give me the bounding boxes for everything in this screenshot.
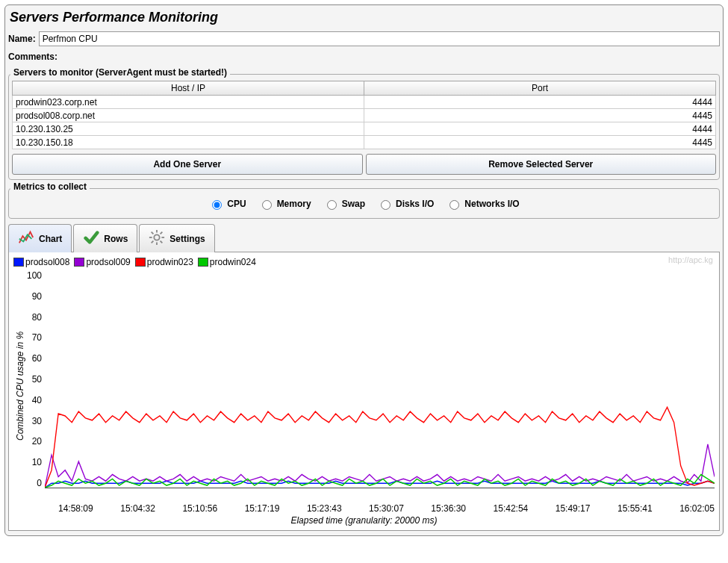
legend-swatch bbox=[198, 258, 208, 267]
col-port[interactable]: Port bbox=[364, 81, 716, 96]
metric-radio[interactable] bbox=[262, 200, 272, 210]
tab-rows-label: Rows bbox=[104, 234, 128, 244]
metric-option-networks-i-o[interactable]: Networks I/O bbox=[446, 198, 519, 210]
legend-label: prodwin023 bbox=[147, 257, 193, 267]
servers-legend: Servers to monitor (ServerAgent must be … bbox=[10, 67, 230, 78]
cell-host[interactable]: prodsol008.corp.net bbox=[13, 109, 364, 122]
x-tick: 15:04:32 bbox=[120, 503, 155, 514]
legend-swatch bbox=[74, 258, 84, 267]
cell-host[interactable]: prodwin023.corp.net bbox=[13, 96, 364, 109]
servers-fieldset: Servers to monitor (ServerAgent must be … bbox=[8, 69, 720, 180]
watermark: http://apc.kg bbox=[668, 255, 713, 264]
x-tick: 15:17:19 bbox=[245, 503, 280, 514]
metric-option-memory[interactable]: Memory bbox=[258, 198, 311, 210]
chart-icon bbox=[18, 229, 34, 248]
y-tick: 20 bbox=[32, 436, 42, 447]
y-tick: 60 bbox=[32, 353, 42, 364]
legend-item: prodsol009 bbox=[74, 257, 130, 267]
svg-line-6 bbox=[161, 241, 163, 243]
svg-line-7 bbox=[152, 241, 154, 243]
x-tick: 15:55:41 bbox=[617, 503, 653, 514]
legend-item: prodsol008 bbox=[13, 257, 69, 267]
y-tick: 50 bbox=[32, 374, 42, 385]
x-tick: 14:58:09 bbox=[58, 503, 93, 514]
series-line bbox=[45, 475, 715, 488]
x-tick: 16:02:05 bbox=[679, 503, 715, 514]
metrics-fieldset: Metrics to collect CPUMemorySwapDisks I/… bbox=[8, 183, 720, 219]
y-ticks: 1009080706050403020100 bbox=[27, 270, 45, 502]
y-tick: 90 bbox=[32, 291, 42, 302]
cell-port[interactable]: 4444 bbox=[364, 96, 716, 109]
x-tick: 15:49:17 bbox=[556, 503, 591, 514]
gear-icon bbox=[149, 229, 165, 248]
legend-label: prodsol008 bbox=[25, 257, 69, 267]
svg-line-5 bbox=[152, 232, 154, 234]
tab-settings-label: Settings bbox=[169, 234, 205, 244]
cell-host[interactable]: 10.230.130.25 bbox=[13, 122, 364, 136]
name-label: Name: bbox=[8, 34, 36, 44]
col-host[interactable]: Host / IP bbox=[13, 81, 364, 96]
y-tick: 30 bbox=[32, 416, 42, 426]
check-icon bbox=[83, 229, 99, 248]
y-tick: 0 bbox=[37, 478, 42, 488]
name-input[interactable] bbox=[39, 31, 720, 46]
svg-line-8 bbox=[161, 232, 163, 234]
tab-rows[interactable]: Rows bbox=[73, 224, 137, 252]
table-row[interactable]: prodsol008.corp.net4445 bbox=[13, 109, 716, 122]
metrics-options: CPUMemorySwapDisks I/ONetworks I/O bbox=[12, 195, 716, 214]
y-tick: 70 bbox=[32, 332, 42, 343]
comments-label: Comments: bbox=[8, 52, 57, 62]
cell-port[interactable]: 4444 bbox=[364, 122, 716, 136]
y-axis-label: Combined CPU usage in % bbox=[13, 270, 27, 502]
series-line bbox=[45, 407, 715, 488]
metric-radio[interactable] bbox=[449, 200, 459, 210]
cell-port[interactable]: 4445 bbox=[364, 109, 716, 122]
servers-table: Host / IP Port prodwin023.corp.net4444pr… bbox=[12, 81, 716, 149]
metric-option-cpu[interactable]: CPU bbox=[208, 198, 246, 210]
legend-item: prodwin023 bbox=[135, 257, 193, 267]
metric-option-disks-i-o[interactable]: Disks I/O bbox=[377, 198, 434, 210]
x-tick: 15:42:54 bbox=[494, 503, 529, 514]
legend-label: prodsol009 bbox=[86, 257, 130, 267]
chart-area: http://apc.kg prodsol008prodsol009prodwi… bbox=[8, 252, 720, 531]
metric-radio[interactable] bbox=[381, 200, 391, 210]
x-axis-label: Elapsed time (granularity: 20000 ms) bbox=[13, 514, 715, 526]
cell-host[interactable]: 10.230.150.18 bbox=[13, 136, 364, 149]
metric-option-swap[interactable]: Swap bbox=[323, 198, 365, 210]
legend-label: prodwin024 bbox=[210, 257, 256, 267]
add-server-button[interactable]: Add One Server bbox=[12, 154, 363, 175]
name-row: Name: bbox=[8, 30, 720, 48]
metric-radio[interactable] bbox=[212, 200, 222, 210]
x-ticks: 14:58:0915:04:3215:10:5615:17:1915:23:43… bbox=[13, 502, 715, 514]
remove-server-button[interactable]: Remove Selected Server bbox=[366, 154, 717, 175]
main-panel: Servers Performance Monitoring Name: Com… bbox=[4, 4, 724, 536]
tab-settings[interactable]: Settings bbox=[139, 224, 214, 252]
table-row[interactable]: 10.230.150.184445 bbox=[13, 136, 716, 149]
x-tick: 15:36:30 bbox=[431, 503, 466, 514]
legend-item: prodwin024 bbox=[198, 257, 256, 267]
legend-swatch bbox=[135, 258, 146, 267]
x-tick: 15:10:56 bbox=[182, 503, 217, 514]
y-tick: 80 bbox=[32, 312, 42, 323]
y-tick: 10 bbox=[32, 457, 42, 467]
y-tick: 100 bbox=[27, 270, 42, 281]
metric-radio[interactable] bbox=[327, 200, 337, 210]
svg-point-0 bbox=[155, 234, 160, 240]
y-tick: 40 bbox=[32, 395, 42, 405]
tab-chart[interactable]: Chart bbox=[8, 224, 72, 252]
tab-chart-label: Chart bbox=[39, 234, 62, 244]
cell-port[interactable]: 4445 bbox=[364, 136, 716, 149]
comments-row: Comments: bbox=[8, 48, 720, 66]
table-row[interactable]: 10.230.130.254444 bbox=[13, 122, 716, 136]
table-row[interactable]: prodwin023.corp.net4444 bbox=[13, 96, 716, 109]
chart-legend: prodsol008prodsol009prodwin023prodwin024 bbox=[13, 255, 715, 270]
comments-input[interactable] bbox=[60, 49, 720, 64]
metrics-legend: Metrics to collect bbox=[10, 181, 90, 192]
page-title: Servers Performance Monitoring bbox=[8, 7, 720, 30]
tabs: Chart Rows Settings bbox=[8, 223, 720, 252]
x-tick: 15:30:07 bbox=[369, 503, 404, 514]
x-tick: 15:23:43 bbox=[307, 503, 342, 514]
legend-swatch bbox=[13, 258, 24, 267]
plot bbox=[45, 270, 715, 488]
